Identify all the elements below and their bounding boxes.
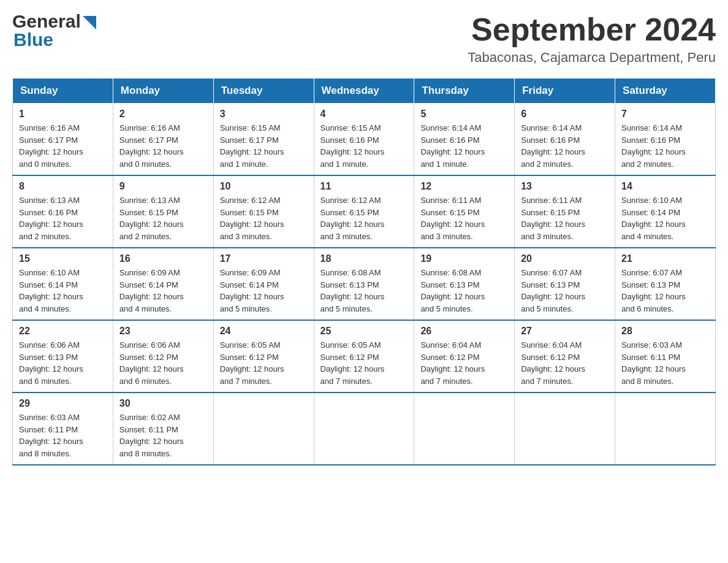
- day-info: Sunrise: 6:09 AM Sunset: 6:14 PM Dayligh…: [119, 267, 207, 315]
- day-info: Sunrise: 6:04 AM Sunset: 6:12 PM Dayligh…: [420, 339, 508, 387]
- day-number: 9: [119, 181, 207, 192]
- calendar-cell: 13 Sunrise: 6:11 AM Sunset: 6:15 PM Dayl…: [515, 175, 615, 248]
- day-number: 6: [521, 109, 609, 120]
- day-info: Sunrise: 6:14 AM Sunset: 6:16 PM Dayligh…: [521, 122, 609, 170]
- calendar-table: Sunday Monday Tuesday Wednesday Thursday…: [12, 78, 716, 465]
- calendar-cell: 27 Sunrise: 6:04 AM Sunset: 6:12 PM Dayl…: [515, 320, 615, 393]
- calendar-cell: 19 Sunrise: 6:08 AM Sunset: 6:13 PM Dayl…: [414, 248, 515, 320]
- sunset-label: Sunset: 6:13 PM: [19, 353, 78, 362]
- sunrise-label: Sunrise: 6:15 AM: [320, 123, 381, 132]
- daylight-label: Daylight: 12 hours: [420, 364, 485, 373]
- calendar-cell: 3 Sunrise: 6:15 AM Sunset: 6:17 PM Dayli…: [213, 104, 314, 176]
- daylight-label: Daylight: 12 hours: [220, 292, 284, 301]
- day-number: 18: [320, 253, 408, 264]
- col-tuesday: Tuesday: [213, 79, 314, 104]
- sunrise-label: Sunrise: 6:06 AM: [19, 340, 80, 350]
- daylight-label: Daylight: 12 hours: [320, 364, 385, 373]
- sunset-label: Sunset: 6:16 PM: [19, 208, 78, 217]
- sunset-label: Sunset: 6:13 PM: [621, 280, 680, 289]
- daylight-label: Daylight: 12 hours: [521, 147, 585, 156]
- day-info: Sunrise: 6:08 AM Sunset: 6:13 PM Dayligh…: [320, 267, 408, 315]
- sunrise-label: Sunrise: 6:04 AM: [521, 340, 582, 350]
- page-header: General Blue September 2024 Tabaconas, C…: [12, 12, 716, 66]
- daylight-minutes: and 6 minutes.: [621, 304, 673, 313]
- sunset-label: Sunset: 6:17 PM: [220, 136, 279, 145]
- daylight-minutes: and 0 minutes.: [119, 159, 172, 169]
- calendar-cell: [515, 393, 615, 465]
- daylight-label: Daylight: 12 hours: [320, 147, 385, 156]
- sunset-label: Sunset: 6:13 PM: [420, 280, 479, 289]
- day-info: Sunrise: 6:03 AM Sunset: 6:11 PM Dayligh…: [621, 339, 709, 387]
- day-info: Sunrise: 6:13 AM Sunset: 6:16 PM Dayligh…: [19, 194, 107, 242]
- day-number: 14: [621, 181, 709, 192]
- calendar-cell: 6 Sunrise: 6:14 AM Sunset: 6:16 PM Dayli…: [515, 104, 615, 176]
- sunset-label: Sunset: 6:15 PM: [220, 208, 279, 217]
- sunrise-label: Sunrise: 6:12 AM: [220, 196, 281, 205]
- calendar-cell: 23 Sunrise: 6:06 AM Sunset: 6:12 PM Dayl…: [113, 320, 213, 393]
- sunrise-label: Sunrise: 6:05 AM: [320, 340, 381, 350]
- day-info: Sunrise: 6:15 AM Sunset: 6:17 PM Dayligh…: [220, 122, 308, 170]
- day-info: Sunrise: 6:04 AM Sunset: 6:12 PM Dayligh…: [521, 339, 609, 387]
- sunrise-label: Sunrise: 6:07 AM: [521, 268, 582, 277]
- day-info: Sunrise: 6:11 AM Sunset: 6:15 PM Dayligh…: [420, 194, 508, 242]
- calendar-cell: 21 Sunrise: 6:07 AM Sunset: 6:13 PM Dayl…: [615, 248, 716, 320]
- sunset-label: Sunset: 6:17 PM: [119, 136, 178, 145]
- day-number: 7: [621, 109, 709, 120]
- calendar-cell: 25 Sunrise: 6:05 AM Sunset: 6:12 PM Dayl…: [314, 320, 414, 393]
- sunrise-label: Sunrise: 6:11 AM: [521, 196, 582, 205]
- day-number: 22: [19, 326, 107, 337]
- day-number: 13: [521, 181, 609, 192]
- day-info: Sunrise: 6:07 AM Sunset: 6:13 PM Dayligh…: [621, 267, 709, 315]
- sunrise-label: Sunrise: 6:08 AM: [320, 268, 381, 277]
- daylight-label: Daylight: 12 hours: [621, 292, 686, 301]
- daylight-minutes: and 4 minutes.: [119, 304, 172, 313]
- daylight-label: Daylight: 12 hours: [19, 364, 83, 373]
- calendar-cell: [213, 393, 314, 465]
- daylight-minutes: and 2 minutes.: [19, 232, 71, 241]
- daylight-minutes: and 6 minutes.: [119, 377, 172, 386]
- sunset-label: Sunset: 6:15 PM: [521, 208, 580, 217]
- sunset-label: Sunset: 6:16 PM: [621, 136, 680, 145]
- calendar-cell: 16 Sunrise: 6:09 AM Sunset: 6:14 PM Dayl…: [113, 248, 213, 320]
- daylight-minutes: and 7 minutes.: [521, 377, 573, 386]
- day-info: Sunrise: 6:10 AM Sunset: 6:14 PM Dayligh…: [621, 194, 709, 242]
- sunset-label: Sunset: 6:15 PM: [420, 208, 479, 217]
- sunrise-label: Sunrise: 6:03 AM: [621, 340, 682, 350]
- sunset-label: Sunset: 6:11 PM: [621, 353, 680, 362]
- calendar-cell: 11 Sunrise: 6:12 AM Sunset: 6:15 PM Dayl…: [314, 175, 414, 248]
- sunset-label: Sunset: 6:14 PM: [621, 208, 680, 217]
- day-info: Sunrise: 6:03 AM Sunset: 6:11 PM Dayligh…: [19, 412, 107, 459]
- calendar-cell: 5 Sunrise: 6:14 AM Sunset: 6:16 PM Dayli…: [414, 104, 515, 176]
- sunrise-label: Sunrise: 6:03 AM: [19, 413, 80, 422]
- sunrise-label: Sunrise: 6:10 AM: [621, 196, 682, 205]
- sunset-label: Sunset: 6:15 PM: [320, 208, 379, 217]
- day-number: 28: [621, 326, 709, 337]
- sunrise-label: Sunrise: 6:05 AM: [220, 340, 281, 350]
- calendar-cell: 29 Sunrise: 6:03 AM Sunset: 6:11 PM Dayl…: [13, 393, 113, 465]
- daylight-minutes: and 6 minutes.: [19, 377, 71, 386]
- daylight-label: Daylight: 12 hours: [119, 147, 184, 156]
- logo-triangle-icon: [83, 16, 96, 29]
- daylight-label: Daylight: 12 hours: [19, 292, 83, 301]
- day-info: Sunrise: 6:16 AM Sunset: 6:17 PM Dayligh…: [19, 122, 107, 170]
- daylight-label: Daylight: 12 hours: [220, 147, 284, 156]
- daylight-label: Daylight: 12 hours: [420, 292, 485, 301]
- daylight-minutes: and 5 minutes.: [220, 304, 272, 313]
- day-number: 1: [19, 109, 107, 120]
- day-number: 19: [420, 253, 508, 264]
- daylight-label: Daylight: 12 hours: [119, 437, 184, 446]
- sunset-label: Sunset: 6:17 PM: [19, 136, 78, 145]
- sunrise-label: Sunrise: 6:09 AM: [220, 268, 281, 277]
- col-wednesday: Wednesday: [314, 79, 414, 104]
- day-number: 5: [420, 109, 508, 120]
- day-info: Sunrise: 6:08 AM Sunset: 6:13 PM Dayligh…: [420, 267, 508, 315]
- day-info: Sunrise: 6:12 AM Sunset: 6:15 PM Dayligh…: [320, 194, 408, 242]
- calendar-cell: 28 Sunrise: 6:03 AM Sunset: 6:11 PM Dayl…: [615, 320, 716, 393]
- sunset-label: Sunset: 6:16 PM: [521, 136, 580, 145]
- sunset-label: Sunset: 6:14 PM: [220, 280, 279, 289]
- day-number: 26: [420, 326, 508, 337]
- calendar-cell: 2 Sunrise: 6:16 AM Sunset: 6:17 PM Dayli…: [113, 104, 213, 176]
- sunrise-label: Sunrise: 6:04 AM: [420, 340, 481, 350]
- day-number: 16: [119, 253, 207, 264]
- calendar-cell: 8 Sunrise: 6:13 AM Sunset: 6:16 PM Dayli…: [13, 175, 113, 248]
